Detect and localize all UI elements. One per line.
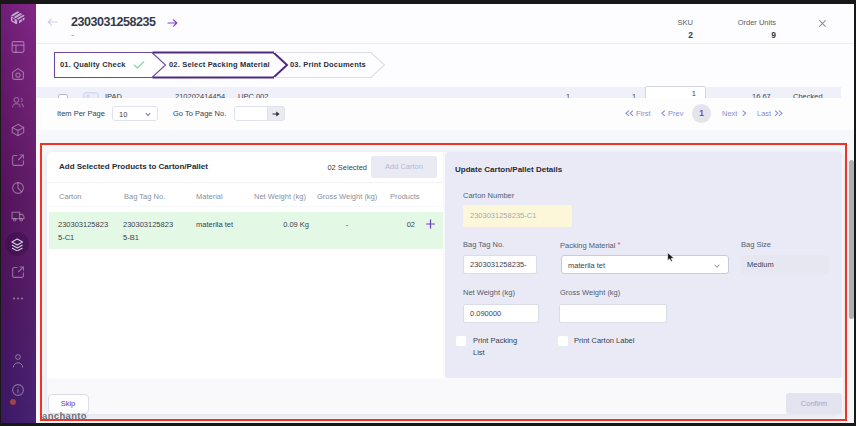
more-icon[interactable] xyxy=(11,296,25,301)
reports-icon[interactable] xyxy=(11,181,25,195)
close-icon[interactable] xyxy=(819,20,826,27)
pagination-last[interactable]: Last xyxy=(757,109,771,118)
product-qty-input[interactable] xyxy=(645,86,706,98)
account-icon[interactable] xyxy=(11,353,25,369)
pagination-next[interactable]: Next xyxy=(722,109,737,118)
info-icon[interactable] xyxy=(11,383,25,397)
step-complete-check-icon xyxy=(133,60,145,70)
back-arrow-icon[interactable] xyxy=(47,18,58,26)
packing-icon-active[interactable] xyxy=(11,238,24,251)
inventory-icon[interactable] xyxy=(11,123,25,137)
pagination-prev[interactable]: Prev xyxy=(668,109,683,118)
step-quality-check[interactable]: 01. Quality Check xyxy=(60,60,126,70)
integrations-icon[interactable] xyxy=(11,265,25,279)
mouse-cursor xyxy=(667,252,676,264)
anchanto-wordmark: anchanto xyxy=(42,411,87,420)
page-title: 2303031258235 xyxy=(71,16,156,29)
step-print-documents[interactable]: 03. Print Documents xyxy=(290,60,366,70)
sku-label: SKU xyxy=(653,19,693,27)
delivery-icon[interactable] xyxy=(11,209,25,223)
inbound-icon[interactable] xyxy=(11,67,25,81)
goto-page-button[interactable] xyxy=(267,106,286,121)
order-units-value: 9 xyxy=(716,30,776,40)
chevron-down-icon xyxy=(145,112,151,117)
step-select-packing-material[interactable]: 02. Select Packing Material xyxy=(169,60,270,70)
product-row-background xyxy=(36,87,841,98)
forward-arrow-icon[interactable] xyxy=(167,19,178,27)
items-per-page-value: 10 xyxy=(119,110,127,119)
pagination-current-page[interactable]: 1 xyxy=(692,104,711,123)
dashboard-icon[interactable] xyxy=(11,40,25,54)
notification-badge xyxy=(10,399,16,405)
anchanto-logo-icon[interactable] xyxy=(10,8,25,24)
confirm-button[interactable]: Confirm xyxy=(786,393,842,414)
order-units-label: Order Units xyxy=(716,19,776,27)
window-border-left xyxy=(0,0,1,426)
outbound-icon[interactable] xyxy=(11,153,25,167)
highlight-rectangle xyxy=(40,143,847,421)
next-page-chevron-icon[interactable] xyxy=(742,110,747,117)
header-divider xyxy=(36,43,854,44)
goto-page-label: Go To Page No. xyxy=(173,109,226,118)
prev-page-chevron-icon[interactable] xyxy=(661,110,666,117)
page-subtitle: - xyxy=(71,31,75,38)
items-per-page-label: Item Per Page xyxy=(57,109,105,118)
items-per-page-select[interactable]: 10 xyxy=(112,106,158,121)
pagination-first[interactable]: First xyxy=(636,109,651,118)
users-icon[interactable] xyxy=(11,95,25,109)
first-page-chevrons-icon[interactable] xyxy=(625,110,634,117)
sku-value: 2 xyxy=(653,30,693,40)
goto-arrow-icon xyxy=(272,111,280,117)
goto-page-input[interactable] xyxy=(234,106,268,121)
last-page-chevrons-icon[interactable] xyxy=(774,110,783,117)
window-border-top xyxy=(0,0,856,4)
product-row: IPAD 210202414454 UPC 002 1 1 16.67 Chec… xyxy=(36,85,843,98)
sidebar xyxy=(0,0,36,426)
app-window: 2303031258235 - SKU 2 Order Units 9 01. … xyxy=(0,0,856,426)
